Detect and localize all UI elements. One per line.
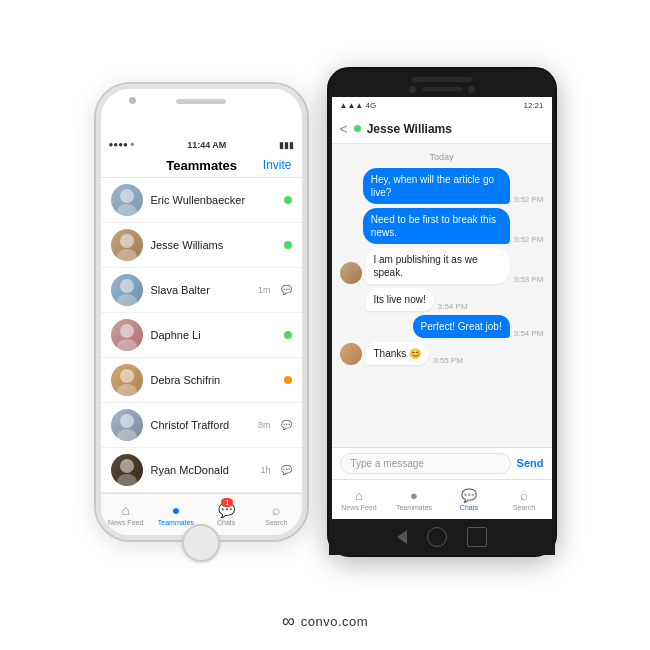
svg-point-13 (117, 474, 137, 486)
message-icon: 💬 (281, 285, 292, 295)
notification-badge: 1 (221, 498, 233, 507)
message-bubble: Its live now! (366, 288, 434, 311)
time-ago: 1h (260, 465, 270, 475)
ios-time: 11:44 AM (187, 140, 226, 150)
android-recent-btn[interactable] (467, 527, 487, 547)
status-dot (284, 196, 292, 204)
message-input[interactable]: Type a message (340, 453, 511, 474)
ios-contact-item[interactable]: Daphne Li (101, 313, 302, 358)
message-row: Perfect! Great job!3:54 PM (340, 315, 544, 338)
message-row: Hey, when will the article go live?3:52 … (340, 168, 544, 204)
svg-point-0 (120, 189, 134, 203)
tab-label: Teammates (158, 519, 194, 526)
android-signal: ▲▲▲ 4G (340, 101, 377, 110)
ios-status-bar: ●●●● ⌖ 11:44 AM ▮▮▮ (101, 136, 302, 154)
message-time: 3:52 PM (514, 235, 544, 244)
message-avatar (340, 262, 362, 284)
svg-point-7 (117, 339, 137, 351)
message-avatar (340, 343, 362, 365)
android-sensor (468, 86, 475, 93)
online-indicator (354, 125, 361, 132)
tab-icon: ⌂ (355, 488, 363, 503)
message-time: 3:54 PM (438, 302, 468, 311)
android-speaker (412, 77, 472, 82)
ios-contact-item[interactable]: Ryan McDonald1h💬 (101, 448, 302, 493)
chat-messages: TodayHey, when will the article go live?… (332, 144, 552, 447)
android-camera (409, 86, 416, 93)
ios-contacts-list: Eric WullenbaeckerJesse WilliamsSlava Ba… (101, 178, 302, 493)
contact-name: Debra Schifrin (151, 374, 276, 386)
message-bubble: Perfect! Great job! (413, 315, 510, 338)
android-tab-search[interactable]: ⌕Search (497, 480, 552, 519)
tab-label: Chats (460, 504, 478, 511)
android-tab-news-feed[interactable]: ⌂News Feed (332, 480, 387, 519)
avatar (111, 274, 143, 306)
svg-point-5 (117, 294, 137, 306)
ios-nav-bar: Teammates Invite (101, 154, 302, 178)
logo-text: convo.com (301, 614, 368, 629)
svg-point-8 (120, 369, 134, 383)
android-tab-teammates[interactable]: ●Teammates (387, 480, 442, 519)
iphone-inner: ●●●● ⌖ 11:44 AM ▮▮▮ Teammates Invite Eri… (96, 84, 307, 540)
ios-contact-item[interactable]: Eric Wullenbaecker (101, 178, 302, 223)
android-device: ▲▲▲ 4G 12:21 < Jesse Williams TodayHey, … (327, 67, 557, 557)
avatar (111, 184, 143, 216)
ios-contact-item[interactable]: Jesse Williams (101, 223, 302, 268)
tab-icon: ● (410, 488, 418, 503)
invite-button[interactable]: Invite (263, 158, 292, 172)
tab-label: News Feed (341, 504, 376, 511)
svg-point-2 (120, 234, 134, 248)
iphone-screen: ●●●● ⌖ 11:44 AM ▮▮▮ Teammates Invite Eri… (101, 136, 302, 535)
android-home-btn[interactable] (427, 527, 447, 547)
message-time: 3:52 PM (514, 195, 544, 204)
android-camera-row (409, 86, 475, 93)
status-dot (284, 331, 292, 339)
iphone-home-button[interactable] (182, 524, 220, 562)
android-back-btn[interactable] (397, 530, 407, 544)
android-bottom-bar (329, 519, 555, 555)
contact-name: Ryan McDonald (151, 464, 253, 476)
chat-contact-name: Jesse Williams (367, 122, 544, 136)
contact-name: Slava Balter (151, 284, 250, 296)
contact-name: Eric Wullenbaecker (151, 194, 276, 206)
svg-point-3 (117, 249, 137, 261)
message-icon: 💬 (281, 465, 292, 475)
android-chat-header: < Jesse Williams (332, 115, 552, 144)
tab-label: Teammates (396, 504, 432, 511)
android-status-bar: ▲▲▲ 4G 12:21 (332, 97, 552, 115)
svg-point-10 (120, 414, 134, 428)
tab-icon: ⌕ (520, 488, 528, 503)
message-bubble: Need to be first to break this news. (363, 208, 510, 244)
tab-label: Search (513, 504, 535, 511)
send-button[interactable]: Send (517, 457, 544, 469)
tab-label: Chats (217, 519, 235, 526)
message-time: 3:54 PM (514, 329, 544, 338)
contact-name: Christof Trafford (151, 419, 250, 431)
svg-point-12 (120, 459, 134, 473)
time-ago: 8m (258, 420, 271, 430)
ios-tab-news-feed[interactable]: ⌂News Feed (101, 494, 151, 535)
message-time: 3:55 PM (433, 356, 463, 365)
android-earpiece (422, 87, 462, 91)
tab-icon: ⌕ (272, 502, 280, 518)
signal-indicator: ●●●● ⌖ (109, 140, 136, 150)
ios-contact-item[interactable]: Slava Balter1m💬 (101, 268, 302, 313)
avatar (111, 229, 143, 261)
ios-contact-item[interactable]: Debra Schifrin (101, 358, 302, 403)
scene: ●●●● ⌖ 11:44 AM ▮▮▮ Teammates Invite Eri… (0, 0, 650, 650)
android-tab-chats[interactable]: 💬Chats (442, 480, 497, 519)
tab-icon: 💬 (461, 488, 477, 503)
logo-icon: ∞ (282, 611, 295, 632)
svg-point-1 (117, 204, 137, 216)
tab-label: Search (265, 519, 287, 526)
back-button[interactable]: < (340, 121, 348, 137)
ios-tab-search[interactable]: ⌕Search (251, 494, 301, 535)
chat-input-bar: Type a message Send (332, 447, 552, 479)
time-ago: 1m (258, 285, 271, 295)
ios-contact-item[interactable]: Christof Trafford8m💬 (101, 403, 302, 448)
iphone-device: ●●●● ⌖ 11:44 AM ▮▮▮ Teammates Invite Eri… (94, 82, 309, 542)
android-time: 12:21 (523, 101, 543, 110)
date-separator: Today (340, 152, 544, 162)
android-screen: ▲▲▲ 4G 12:21 < Jesse Williams TodayHey, … (332, 97, 552, 519)
message-time: 3:53 PM (514, 275, 544, 284)
